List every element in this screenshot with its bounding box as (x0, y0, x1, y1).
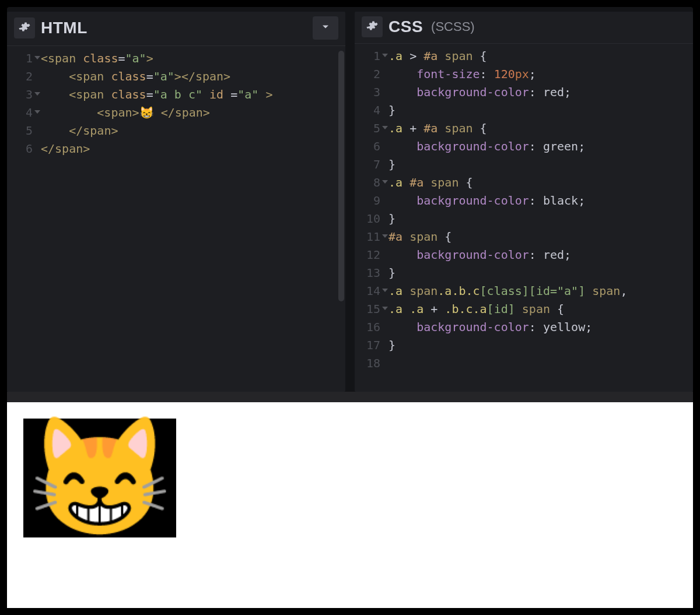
code-content[interactable]: <span class="a"></span> (41, 68, 230, 86)
code-content[interactable]: <span class="a b c" id ="a" > (41, 86, 272, 104)
line-number: 12 (355, 246, 388, 264)
code-line[interactable]: 11#a span { (355, 228, 693, 246)
editor-panels-row: HTML 1<span class="a">2 <span class="a">… (7, 7, 693, 392)
code-line[interactable]: 7} (355, 156, 693, 174)
code-content[interactable]: #a span { (388, 228, 452, 246)
code-content[interactable]: background-color: green; (388, 138, 585, 156)
editor-frame: HTML 1<span class="a">2 <span class="a">… (7, 7, 693, 608)
fold-marker-icon[interactable] (34, 56, 40, 59)
code-content[interactable]: font-size: 120px; (388, 65, 536, 83)
code-line[interactable]: 14.a span.a.b.c[class][id="a"] span, (355, 282, 693, 300)
rendered-cat-emoji: 😸 (23, 419, 176, 537)
code-content[interactable]: background-color: red; (388, 83, 571, 101)
panel-html-header: HTML (7, 12, 345, 46)
code-line[interactable]: 12 background-color: red; (355, 246, 693, 264)
line-number: 7 (355, 156, 388, 174)
code-line[interactable]: 16 background-color: yellow; (355, 318, 693, 336)
code-content[interactable]: .a #a span { (388, 174, 473, 192)
code-line[interactable]: 17} (355, 336, 693, 354)
panel-css-title: CSS (388, 17, 423, 36)
html-settings-button[interactable] (14, 17, 35, 38)
line-number: 2 (355, 65, 388, 83)
fold-marker-icon[interactable] (382, 289, 388, 292)
line-number: 17 (355, 336, 388, 354)
line-number: 10 (355, 210, 388, 228)
code-content[interactable]: </span> (41, 122, 118, 140)
fold-marker-icon[interactable] (382, 234, 388, 238)
code-content[interactable]: background-color: yellow; (388, 318, 592, 336)
line-number: 5 (355, 120, 388, 138)
chevron-down-icon (320, 21, 331, 35)
code-content[interactable]: .a > #a span { (388, 47, 487, 65)
code-line[interactable]: 4 <span>😸 </span> (7, 104, 345, 122)
code-line[interactable]: 10} (355, 210, 693, 228)
line-number: 4 (355, 101, 388, 120)
line-number: 4 (7, 104, 41, 122)
gear-icon (19, 21, 30, 35)
line-number: 11 (355, 228, 388, 246)
code-line[interactable]: 8.a #a span { (355, 174, 693, 192)
code-content[interactable]: } (388, 210, 396, 228)
line-number: 13 (355, 264, 388, 282)
code-line[interactable]: 9 background-color: black; (355, 192, 693, 210)
code-content[interactable]: </span> (41, 140, 90, 158)
code-line[interactable]: 6 background-color: green; (355, 138, 693, 156)
code-line[interactable]: 1<span class="a"> (7, 50, 345, 68)
code-content[interactable]: } (388, 156, 396, 174)
panel-html-title: HTML (41, 19, 88, 37)
code-line[interactable]: 3 <span class="a b c" id ="a" > (7, 86, 345, 104)
fold-marker-icon[interactable] (382, 180, 388, 184)
line-number: 9 (355, 192, 388, 210)
panel-css-subtitle: (SCSS) (431, 19, 475, 34)
code-content[interactable]: .a + #a span { (388, 120, 487, 138)
code-content[interactable]: <span>😸 </span> (41, 104, 210, 122)
code-content[interactable]: <span class="a"> (41, 50, 153, 68)
html-collapse-button[interactable] (313, 16, 338, 40)
line-number: 15 (355, 300, 388, 318)
fold-marker-icon[interactable] (382, 126, 388, 129)
code-line[interactable]: 1.a > #a span { (355, 47, 693, 65)
line-number: 2 (7, 68, 41, 86)
panel-output-divider[interactable] (7, 392, 693, 402)
code-content[interactable]: } (388, 336, 396, 354)
code-content[interactable]: background-color: black; (388, 192, 585, 210)
output-preview: 😸 (7, 402, 693, 608)
panel-css: CSS (SCSS) 1.a > #a span {2 font-size: 1… (355, 12, 693, 392)
code-content[interactable]: } (388, 101, 396, 120)
code-line[interactable]: 18 (355, 354, 693, 372)
code-line[interactable]: 5.a + #a span { (355, 120, 693, 138)
code-line[interactable]: 15.a .a + .b.c.a[id] span { (355, 300, 693, 318)
line-number: 3 (7, 86, 41, 104)
code-line[interactable]: 4} (355, 101, 693, 120)
code-line[interactable]: 2 font-size: 120px; (355, 65, 693, 83)
fold-marker-icon[interactable] (382, 307, 388, 310)
panel-html: HTML 1<span class="a">2 <span class="a">… (7, 12, 345, 392)
code-content[interactable]: .a .a + .b.c.a[id] span { (388, 300, 564, 318)
code-content[interactable]: .a span.a.b.c[class][id="a"] span, (388, 282, 627, 300)
line-number: 14 (355, 282, 388, 300)
code-content[interactable]: background-color: red; (388, 246, 571, 264)
fold-marker-icon[interactable] (382, 54, 388, 57)
html-code-area[interactable]: 1<span class="a">2 <span class="a"></spa… (7, 46, 345, 392)
css-code-area[interactable]: 1.a > #a span {2 font-size: 120px;3 back… (355, 44, 693, 392)
gear-icon (366, 20, 378, 34)
code-line[interactable]: 13} (355, 264, 693, 282)
line-number: 5 (7, 122, 41, 140)
fold-marker-icon[interactable] (34, 110, 40, 114)
code-content[interactable]: } (388, 264, 396, 282)
line-number: 6 (7, 140, 41, 158)
line-number: 18 (355, 354, 388, 372)
html-scrollbar[interactable] (338, 51, 344, 301)
line-number: 1 (355, 47, 388, 65)
panel-css-header: CSS (SCSS) (355, 12, 693, 44)
css-settings-button[interactable] (362, 16, 383, 37)
code-line[interactable]: 2 <span class="a"></span> (7, 68, 345, 86)
rendered-root: 😸 (23, 419, 176, 537)
line-number: 16 (355, 318, 388, 336)
code-line[interactable]: 5 </span> (7, 122, 345, 140)
code-line[interactable]: 3 background-color: red; (355, 83, 693, 101)
line-number: 3 (355, 83, 388, 101)
line-number: 1 (7, 50, 41, 68)
fold-marker-icon[interactable] (34, 92, 40, 96)
code-line[interactable]: 6</span> (7, 140, 345, 158)
